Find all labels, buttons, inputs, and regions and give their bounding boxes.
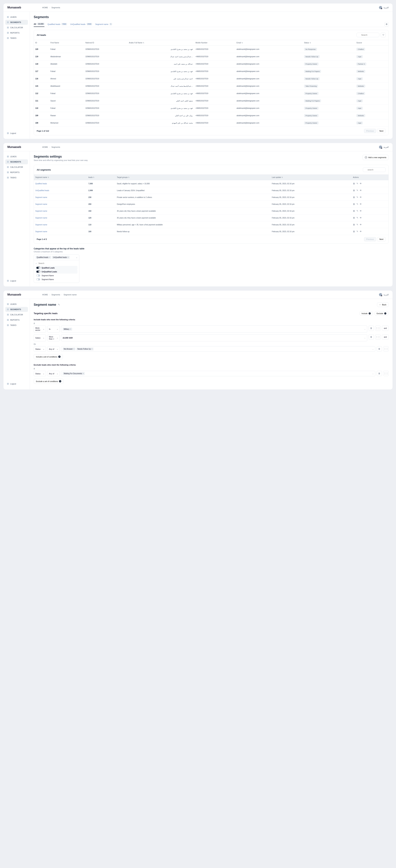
table-row[interactable]: 120Fahad32966533107019فهد بن سعيد بن مفر…	[34, 45, 389, 53]
column-header[interactable]: Email⇅	[235, 40, 303, 45]
operator-select[interactable]: Any of⌄	[48, 346, 60, 352]
table-row[interactable]: Segment name100Needs follow-upFebruary 0…	[34, 228, 389, 235]
delete-icon[interactable]: 🗑	[353, 230, 355, 233]
sidebar-item-calculator[interactable]: CALCULATOR	[5, 312, 28, 317]
field-select[interactable]: Salary⌄	[34, 334, 46, 341]
breadcrumb-item[interactable]: HOME	[42, 6, 48, 9]
edit-icon[interactable]: ✎	[357, 230, 358, 233]
toggle[interactable]	[36, 271, 40, 273]
table-row[interactable]: Qualified leads7,000Saudi, eligible for …	[34, 180, 389, 187]
edit-icon[interactable]: ✎	[357, 196, 358, 198]
multiselect-option[interactable]: Segment Name	[36, 277, 78, 281]
previous-button[interactable]: Previous	[364, 237, 376, 241]
multiselect-option[interactable]: UnQualified Leads	[36, 270, 78, 274]
delete-icon[interactable]: 🗑	[353, 203, 355, 205]
sidebar-item-tasks[interactable]: TASKS	[5, 36, 28, 40]
delete-icon[interactable]: 🗑	[353, 196, 355, 198]
column-header[interactable]: Target groups⇅	[116, 175, 271, 180]
drag-handle-icon[interactable]: ⋮⋮	[384, 371, 389, 376]
exclude-set-button[interactable]: Exclude a set of conditions+	[34, 379, 64, 384]
breadcrumb-item[interactable]: HOME	[42, 146, 48, 148]
value-input[interactable]: Military ×⌄	[61, 326, 367, 333]
view-icon[interactable]: 👁	[360, 182, 362, 185]
value-input[interactable]: 22,000 SAR⌄	[61, 334, 367, 341]
view-icon[interactable]: 👁	[360, 230, 362, 233]
table-row[interactable]: UnQualified leads2,999Leads of January 2…	[34, 187, 389, 194]
table-row[interactable]: 116Ahmed32966533107019احمد عبدالرحيم محم…	[34, 75, 389, 83]
back-button[interactable]: ←Back	[377, 302, 389, 307]
remove-icon[interactable]: ×	[83, 373, 84, 374]
multiselect-option[interactable]: Segment Name	[36, 274, 78, 277]
table-row[interactable]: 119Abdulrahman32966533107019...عبدالرحمن…	[34, 53, 389, 60]
remove-icon[interactable]: ×	[70, 328, 71, 330]
exclude-button[interactable]: Exclude−	[374, 311, 389, 316]
and-button[interactable]: and	[382, 334, 389, 340]
column-header[interactable]: Actions	[352, 175, 389, 180]
delete-icon[interactable]: 🗑	[353, 217, 355, 219]
previous-button[interactable]: Previous	[364, 129, 376, 133]
field-select[interactable]: Status⌄	[34, 371, 46, 376]
field-select[interactable]: Work sector⌄	[34, 326, 46, 333]
table-row[interactable]: Segment name230Private sector workers, i…	[34, 194, 389, 201]
multiselect-option[interactable]: Qualified Leads	[36, 266, 78, 270]
next-button[interactable]: Next	[377, 237, 386, 241]
tab[interactable]: UnQualified leads2999	[70, 22, 92, 27]
sidebar-item-tasks[interactable]: TASKS	[5, 175, 28, 180]
sidebar-item-tasks[interactable]: TASKS	[5, 323, 28, 328]
table-row[interactable]: Segment name110Military personnel, age >…	[34, 221, 389, 228]
column-header[interactable]: leads⇅	[87, 175, 116, 180]
view-icon[interactable]: 👁	[360, 196, 362, 198]
table-row[interactable]: 109Rawan32966533107019روان علي بن احمد ا…	[34, 112, 389, 119]
include-set-button[interactable]: Include a set of conditions+	[34, 354, 63, 359]
settings-icon[interactable]: ⚙	[385, 22, 389, 26]
view-icon[interactable]: 👁	[360, 210, 362, 212]
table-row[interactable]: Segment name200DesignPeer employeesFebru…	[34, 201, 389, 208]
delete-rule-icon[interactable]: 🗑	[369, 326, 374, 331]
field-select[interactable]: Status⌄	[34, 346, 46, 352]
include-button[interactable]: Include+	[359, 311, 373, 316]
column-header[interactable]: Source	[355, 40, 389, 45]
breadcrumb-item[interactable]: Segments	[52, 293, 60, 296]
sidebar-item-calculator[interactable]: CALCULATOR	[5, 165, 28, 169]
delete-rule-icon[interactable]: 🗑	[377, 371, 382, 376]
toggle[interactable]	[36, 275, 40, 277]
value-input[interactable]: Waiting For Documents ×⌄	[61, 371, 375, 376]
table-row[interactable]: 110Fahad32966533107019فهد بن سعيد بن مفر…	[34, 104, 389, 112]
view-icon[interactable]: 👁	[360, 223, 362, 226]
table-row[interactable]: Segment name12035 years old, they have a…	[34, 214, 389, 221]
sidebar-item-calculator[interactable]: CALCULATOR	[5, 25, 28, 30]
remove-icon[interactable]: ×	[91, 348, 92, 350]
edit-icon[interactable]: ✎	[357, 203, 358, 205]
breadcrumb-item[interactable]: HOME	[42, 293, 48, 296]
sidebar-item-leads[interactable]: LEADS	[5, 154, 28, 159]
column-header[interactable]: First Name	[49, 40, 84, 45]
toggle[interactable]	[36, 278, 40, 280]
delete-icon[interactable]: 🗑	[353, 210, 355, 212]
column-header[interactable]: National ID	[84, 40, 128, 45]
next-button[interactable]: Next	[377, 129, 386, 133]
delete-icon[interactable]: 🗑	[353, 189, 355, 192]
sidebar-item-segments[interactable]: SEGMENTS	[5, 159, 28, 164]
multiselect-search[interactable]	[36, 262, 78, 265]
tab[interactable]: Qualified leads7000	[48, 22, 67, 27]
edit-icon[interactable]: ✎	[357, 182, 358, 185]
sidebar-item-reports[interactable]: REPORTS	[5, 30, 28, 35]
table-row[interactable]: 117Fahad32966533107019فهد بن سعيد بن مفر…	[34, 68, 389, 75]
value-input[interactable]: Not Answer ×Needs Follow Up ×⌄	[61, 346, 375, 352]
column-header[interactable]: Status⇅	[303, 40, 355, 45]
language-switch[interactable]: العربية	[379, 293, 389, 296]
search-input[interactable]	[357, 33, 379, 37]
table-row[interactable]: 108Mohamed32966533107019محمد عبدالله بن …	[34, 119, 389, 127]
avatar[interactable]	[379, 293, 382, 296]
column-header[interactable]: Mobile Number	[194, 40, 235, 45]
table-row[interactable]: 112Fahad32966533107019فهد بن سعيد بن مفر…	[34, 90, 389, 97]
logout-button[interactable]: Logout	[5, 278, 28, 283]
edit-icon[interactable]: ✎	[357, 189, 358, 192]
edit-icon[interactable]: ✎	[357, 223, 358, 226]
view-icon[interactable]: 👁	[360, 189, 362, 192]
table-row[interactable]: 118Abdullah32966533107019عبدالله بن سعيد…	[34, 60, 389, 68]
operator-select[interactable]: Is⌄	[48, 326, 60, 333]
search-input[interactable]	[363, 167, 386, 172]
edit-icon[interactable]: ✎	[357, 217, 358, 219]
language-switch[interactable]: العربية	[379, 6, 389, 9]
